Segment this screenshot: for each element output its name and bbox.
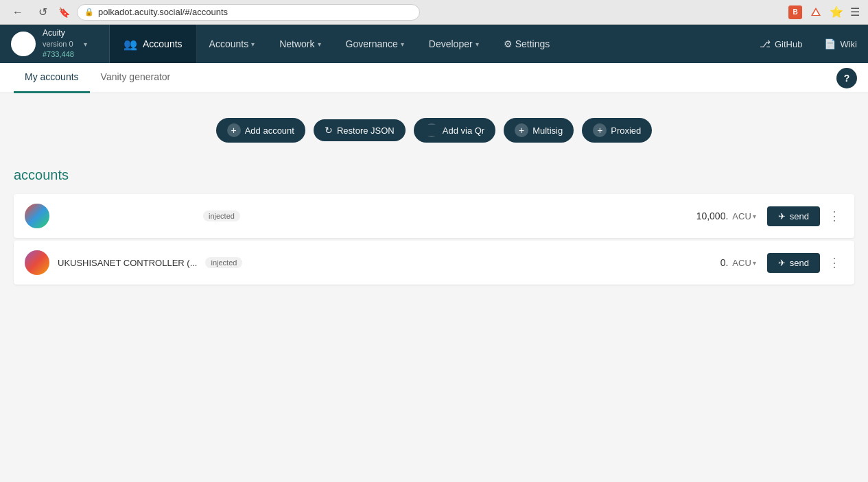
avatar	[25, 204, 49, 228]
app-avatar	[11, 32, 36, 56]
avatar	[25, 250, 49, 275]
nav-menu: Accounts ▾ Network ▾ Governance ▾ Develo…	[197, 25, 749, 63]
address-bar[interactable]: 🔒 polkadot.acuity.social/#/accounts	[77, 4, 420, 21]
app-block: #733,448	[43, 49, 74, 60]
tab-my-accounts-label: My accounts	[25, 71, 79, 82]
currency-dropdown-2[interactable]: ▾	[753, 259, 756, 267]
nav-item-governance[interactable]: Governance ▾	[333, 25, 417, 63]
active-tab-accounts[interactable]: 👥 Accounts	[110, 25, 197, 63]
menu-icon[interactable]: ☰	[850, 5, 860, 19]
help-icon: ?	[844, 73, 850, 84]
sub-tabs: My accounts Vanity generator ?	[0, 63, 868, 93]
reload-button[interactable]: ↺	[34, 4, 51, 20]
help-button[interactable]: ?	[836, 68, 857, 88]
app-logo-text: Acuity version 0 #733,448	[43, 27, 74, 60]
proxied-label: Proxied	[611, 125, 641, 136]
nav-governance-label: Governance	[346, 38, 398, 49]
accounts-section: accounts injected 10,000. ACU ▾ ✈ send ⋮…	[14, 167, 854, 285]
multisig-button[interactable]: + Multisig	[504, 118, 574, 143]
wiki-label: Wiki	[840, 39, 857, 49]
nav-developer-label: Developer	[429, 38, 473, 49]
restore-json-icon: ↻	[325, 125, 333, 136]
account-name-2: UKUSHISANET CONTROLLER (...	[58, 258, 197, 268]
active-tab-label: Accounts	[143, 38, 183, 49]
multisig-icon: +	[515, 123, 528, 137]
main-content: + Add account ↻ Restore JSON Add via Qr …	[0, 93, 868, 482]
account-currency-wrap-2: ACU ▾	[732, 258, 755, 268]
tab-vanity-generator[interactable]: Vanity generator	[90, 63, 182, 93]
nav-developer-chevron: ▾	[476, 40, 479, 48]
send-icon-1: ✈	[778, 211, 786, 221]
nav-network-chevron: ▾	[318, 40, 321, 48]
app-version: version 0	[43, 39, 74, 49]
accounts-tab-icon: 👥	[124, 38, 137, 51]
currency-dropdown-1[interactable]: ▾	[753, 213, 756, 220]
logo-dropdown-icon[interactable]: ▾	[84, 40, 87, 48]
proxied-icon: +	[593, 123, 607, 137]
nav-item-developer[interactable]: Developer ▾	[417, 25, 491, 63]
send-button-2[interactable]: ✈ send	[767, 253, 820, 273]
send-label-2: send	[790, 258, 809, 268]
add-via-qr-label: Add via Qr	[443, 125, 484, 136]
url-text: polkadot.acuity.social/#/accounts	[98, 7, 228, 17]
table-row: UKUSHISANET CONTROLLER (... injected 0. …	[14, 241, 854, 285]
settings-icon: ⚙	[504, 38, 513, 49]
app-name: Acuity	[43, 27, 74, 39]
more-options-button-1[interactable]: ⋮	[825, 207, 843, 225]
nav-github[interactable]: ⎇ GitHub	[749, 25, 813, 63]
send-button-1[interactable]: ✈ send	[767, 206, 820, 226]
accounts-section-title: accounts	[14, 167, 854, 183]
send-icon-2: ✈	[778, 258, 786, 268]
nav-item-accounts[interactable]: Accounts ▾	[197, 25, 268, 63]
tab-vanity-generator-label: Vanity generator	[101, 71, 171, 82]
app-logo[interactable]: Acuity version 0 #733,448 ▾	[0, 25, 110, 63]
send-label-1: send	[790, 211, 809, 221]
nav-network-label: Network	[279, 38, 314, 49]
add-account-button[interactable]: + Add account	[216, 118, 305, 143]
browser-bar: ← ↺ 🔖 🔒 polkadot.acuity.social/#/account…	[0, 0, 868, 25]
proxied-button[interactable]: + Proxied	[582, 118, 652, 143]
add-via-qr-button[interactable]: Add via Qr	[414, 118, 495, 143]
wiki-icon: 📄	[824, 38, 836, 49]
nav-governance-chevron: ▾	[401, 40, 404, 48]
account-badge-2: injected	[205, 257, 242, 268]
multisig-label: Multisig	[532, 125, 563, 136]
account-currency-1: ACU	[732, 211, 751, 221]
tab-my-accounts[interactable]: My accounts	[14, 63, 90, 93]
brave-shield-icon[interactable]: B	[788, 5, 802, 19]
account-balance-2: 0.	[720, 257, 729, 268]
table-row: injected 10,000. ACU ▾ ✈ send ⋮	[14, 194, 854, 238]
nav-wiki[interactable]: 📄 Wiki	[813, 25, 868, 63]
app-header: Acuity version 0 #733,448 ▾ 👥 Accounts A…	[0, 25, 868, 63]
github-label: GitHub	[775, 39, 802, 49]
github-icon: ⎇	[760, 38, 771, 49]
qr-icon	[425, 123, 438, 137]
nav-item-settings[interactable]: ⚙ Settings	[491, 25, 563, 63]
more-options-button-2[interactable]: ⋮	[825, 254, 843, 272]
restore-json-label: Restore JSON	[337, 125, 395, 136]
bookmark-icon: 🔖	[58, 7, 70, 18]
brave-triangle-icon[interactable]	[809, 5, 823, 19]
back-button[interactable]: ←	[8, 5, 27, 20]
action-bar: + Add account ↻ Restore JSON Add via Qr …	[14, 107, 854, 154]
account-currency-2: ACU	[732, 258, 751, 268]
lock-icon: 🔒	[84, 8, 94, 16]
restore-json-button[interactable]: ↻ Restore JSON	[314, 119, 406, 141]
add-account-icon: +	[227, 123, 241, 137]
account-currency-wrap-1: ACU ▾	[732, 211, 755, 221]
account-balance-1: 10,000.	[696, 210, 729, 221]
account-badge-1: injected	[203, 210, 240, 221]
nav-settings-label: Settings	[515, 38, 550, 49]
browser-right-icons: B ⭐ ☰	[788, 5, 860, 19]
nav-item-network[interactable]: Network ▾	[267, 25, 333, 63]
extensions-icon[interactable]: ⭐	[830, 5, 843, 19]
add-account-label: Add account	[245, 125, 294, 136]
nav-accounts-chevron: ▾	[251, 40, 255, 48]
nav-accounts-label: Accounts	[209, 38, 249, 49]
nav-right: ⎇ GitHub 📄 Wiki	[749, 25, 868, 63]
